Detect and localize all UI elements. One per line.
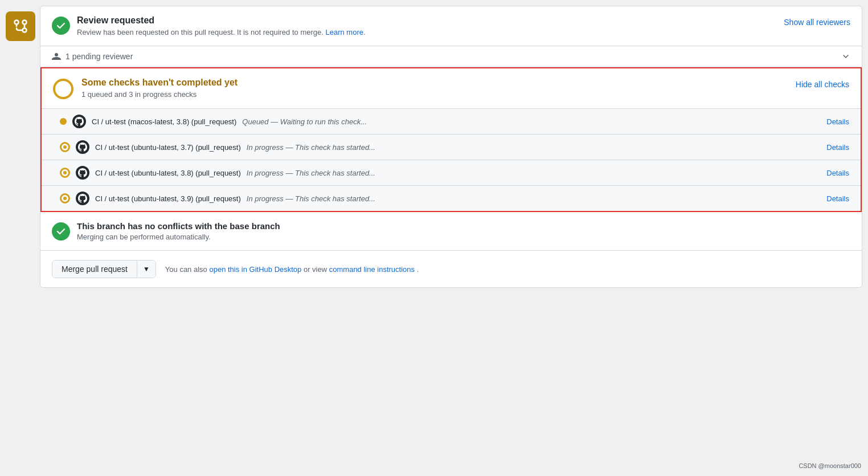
table-row: CI / ut-test (ubuntu-latest, 3.9) (pull_… bbox=[42, 186, 861, 211]
review-text: Review requested Review has been request… bbox=[77, 15, 366, 36]
queued-dot-icon bbox=[60, 118, 67, 125]
check-status-3: In progress — This check has started... bbox=[247, 169, 375, 177]
check-name-2: CI / ut-test (ubuntu-latest, 3.7) (pull_… bbox=[95, 143, 241, 152]
app-container: Review requested Review has been request… bbox=[6, 6, 862, 288]
checks-text: Some checks haven't completed yet 1 queu… bbox=[81, 78, 238, 99]
in-progress-ring-inner bbox=[63, 171, 67, 174]
checks-header: Some checks haven't completed yet 1 queu… bbox=[42, 68, 861, 109]
check-status-em-3: In progress — This check has started... bbox=[247, 169, 375, 177]
checks-pending-icon bbox=[53, 79, 73, 99]
check-name-1: CI / ut-test (macos-latest, 3.8) (pull_r… bbox=[92, 117, 236, 126]
check-details-link-1[interactable]: Details bbox=[826, 117, 849, 126]
command-line-instructions-link[interactable]: command line instructions bbox=[329, 265, 415, 274]
in-progress-ring-inner bbox=[63, 197, 67, 200]
review-desc-text: Review has been requested on this pull r… bbox=[77, 28, 324, 36]
check-status-2: In progress — This check has started... bbox=[247, 143, 375, 152]
no-conflicts-text: This branch has no conflicts with the ba… bbox=[77, 221, 280, 241]
merge-pull-request-button[interactable]: Merge pull request bbox=[52, 261, 137, 278]
show-all-reviewers-link[interactable]: Show all reviewers bbox=[784, 15, 850, 27]
check-details-link-2[interactable]: Details bbox=[826, 143, 849, 152]
check-status-em-2: In progress — This check has started... bbox=[247, 143, 375, 152]
merge-description: You can also open this in GitHub Desktop… bbox=[165, 265, 419, 274]
no-conflicts-title: This branch has no conflicts with the ba… bbox=[77, 221, 280, 231]
check-details-link-4[interactable]: Details bbox=[826, 194, 849, 203]
open-github-desktop-link[interactable]: open this in GitHub Desktop bbox=[209, 265, 301, 274]
merge-button-group: Merge pull request ▼ bbox=[52, 260, 156, 278]
review-description: Review has been requested on this pull r… bbox=[77, 28, 366, 36]
in-progress-ring-inner bbox=[63, 145, 67, 149]
review-requested-section: Review requested Review has been request… bbox=[40, 6, 862, 46]
checks-header-left: Some checks haven't completed yet 1 queu… bbox=[53, 78, 238, 99]
table-row: CI / ut-test (macos-latest, 3.8) (pull_r… bbox=[42, 109, 861, 135]
check-details-link-3[interactable]: Details bbox=[826, 169, 849, 177]
pending-left: 1 pending reviewer bbox=[52, 52, 133, 61]
github-logo-icon bbox=[76, 140, 89, 154]
watermark: CSDN @moonstar000 bbox=[799, 462, 861, 469]
pending-reviewer-text: 1 pending reviewer bbox=[65, 52, 133, 61]
merge-desc-prefix: You can also bbox=[165, 265, 207, 274]
review-title: Review requested bbox=[77, 15, 366, 26]
check-row-left: CI / ut-test (ubuntu-latest, 3.9) (pull_… bbox=[60, 192, 375, 205]
checks-section: Some checks haven't completed yet 1 queu… bbox=[40, 67, 862, 212]
check-status-em-4: In progress — This check has started... bbox=[247, 194, 375, 203]
check-status-em-1: Queued — Waiting to run this check... bbox=[242, 117, 367, 126]
no-conflicts-section: This branch has no conflicts with the ba… bbox=[40, 212, 862, 251]
in-progress-ring-icon bbox=[60, 142, 70, 152]
github-logo-icon bbox=[76, 192, 89, 205]
merge-section: Merge pull request ▼ You can also open t… bbox=[40, 251, 862, 287]
pending-reviewer-row: 1 pending reviewer bbox=[40, 46, 862, 67]
review-left: Review requested Review has been request… bbox=[52, 15, 366, 36]
github-logo-icon bbox=[76, 166, 89, 180]
check-row-left: CI / ut-test (ubuntu-latest, 3.8) (pull_… bbox=[60, 166, 375, 180]
main-panel: Review requested Review has been request… bbox=[40, 6, 862, 288]
merge-desc-middle: or view bbox=[304, 265, 327, 274]
check-status-4: In progress — This check has started... bbox=[247, 194, 375, 203]
no-conflicts-check-icon bbox=[52, 222, 70, 241]
green-check-icon bbox=[52, 17, 70, 35]
table-row: CI / ut-test (ubuntu-latest, 3.7) (pull_… bbox=[42, 135, 861, 160]
in-progress-ring-icon bbox=[60, 193, 70, 204]
table-row: CI / ut-test (ubuntu-latest, 3.8) (pull_… bbox=[42, 160, 861, 186]
check-name-4: CI / ut-test (ubuntu-latest, 3.9) (pull_… bbox=[95, 194, 241, 203]
in-progress-ring-icon bbox=[60, 168, 70, 178]
check-name-3: CI / ut-test (ubuntu-latest, 3.8) (pull_… bbox=[95, 169, 241, 177]
chevron-down-icon[interactable] bbox=[841, 52, 850, 61]
check-row-left: CI / ut-test (ubuntu-latest, 3.7) (pull_… bbox=[60, 140, 375, 154]
no-conflicts-subtitle: Merging can be performed automatically. bbox=[77, 233, 280, 241]
merge-dropdown-button[interactable]: ▼ bbox=[137, 261, 155, 278]
github-logo-icon bbox=[72, 115, 86, 128]
merge-desc-suffix: . bbox=[417, 265, 419, 274]
checks-subtitle: 1 queued and 3 in progress checks bbox=[81, 90, 238, 99]
hide-all-checks-link[interactable]: Hide all checks bbox=[796, 78, 849, 89]
checks-title: Some checks haven't completed yet bbox=[81, 78, 238, 88]
user-icon bbox=[52, 52, 61, 61]
sidebar-git-icon bbox=[6, 11, 35, 41]
check-row-left: CI / ut-test (macos-latest, 3.8) (pull_r… bbox=[60, 115, 367, 128]
check-status-1: Queued — Waiting to run this check... bbox=[242, 117, 367, 126]
learn-more-link[interactable]: Learn more. bbox=[325, 28, 365, 36]
